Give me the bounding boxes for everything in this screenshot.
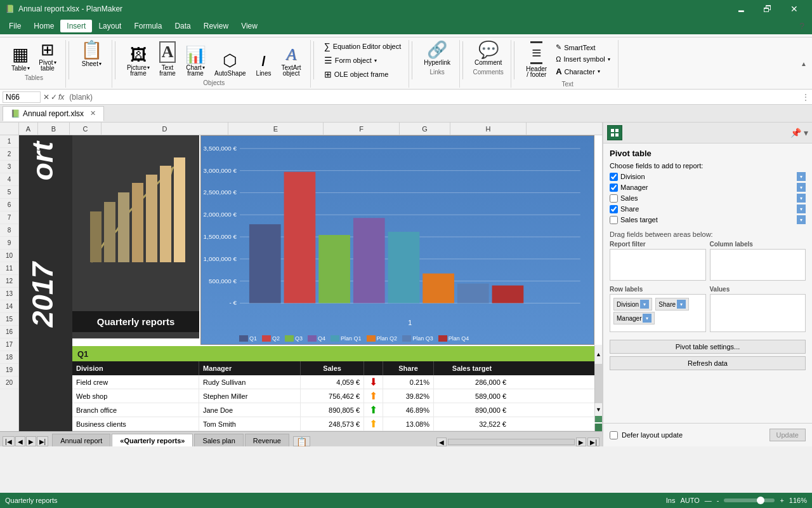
formula-confirm-icon[interactable]: ✓: [51, 93, 57, 102]
status-zoom-out[interactable]: -: [717, 497, 719, 504]
scroll-right-top[interactable]: ▲: [594, 345, 602, 364]
col-c[interactable]: C: [70, 123, 102, 135]
menu-view[interactable]: View: [235, 20, 264, 32]
field-sales-check[interactable]: [610, 194, 618, 203]
chart-frame-button[interactable]: 📊 Chart ▾ frame: [181, 45, 209, 78]
table-button[interactable]: ▦ Table ▾: [8, 44, 34, 73]
cell-share-1[interactable]: 0.21%: [383, 375, 434, 389]
help-icon[interactable]: ?: [799, 21, 804, 31]
cell-manager-3[interactable]: Jane Doe: [199, 403, 301, 417]
report-filter-drop[interactable]: [610, 249, 706, 281]
formula-input[interactable]: [67, 93, 799, 102]
cell-manager-4[interactable]: Tom Smith: [199, 417, 301, 431]
cell-division-1[interactable]: Field crew: [72, 375, 199, 389]
grid-content[interactable]: ort 2017: [19, 135, 602, 431]
col-g[interactable]: G: [400, 123, 450, 135]
menu-layout[interactable]: Layout: [92, 20, 128, 32]
tab-nav-last[interactable]: ▶|: [37, 436, 49, 446]
hyperlink-button[interactable]: 🔗 Hyperlink: [420, 40, 454, 67]
cell-manager-1[interactable]: Rudy Sullivan: [199, 375, 301, 389]
smarttext-button[interactable]: ✎ SmartText: [553, 42, 613, 53]
row-tag-manager[interactable]: Manager▾: [613, 312, 655, 324]
cell-reference-input[interactable]: [3, 91, 41, 103]
col-e[interactable]: E: [228, 123, 324, 135]
cell-division-2[interactable]: Web shop: [72, 389, 199, 403]
cell-sales-4[interactable]: 248,573 €: [301, 417, 364, 431]
refresh-data-button[interactable]: Refresh data: [610, 356, 806, 370]
field-division-check[interactable]: [610, 173, 618, 181]
cell-target-4[interactable]: 32,522 €: [434, 417, 510, 431]
equation-editor-button[interactable]: ∑ Equation Editor object: [322, 40, 404, 53]
row-tag-share-arrow[interactable]: ▾: [677, 300, 686, 309]
status-zoom-in[interactable]: +: [780, 497, 783, 504]
field-sales-dropdown[interactable]: ▾: [797, 194, 806, 203]
ole-object-button[interactable]: ⊞ OLE object frame: [322, 68, 404, 81]
cell-manager-2[interactable]: Stephen Miller: [199, 389, 301, 403]
scroll-track[interactable]: [448, 439, 575, 445]
cell-sales-2[interactable]: 756,462 €: [301, 389, 364, 403]
cell-share-2[interactable]: 39.82%: [383, 389, 434, 403]
close-button[interactable]: ✕: [782, 0, 807, 18]
menu-data[interactable]: Data: [168, 20, 197, 32]
minimize-button[interactable]: 🗕: [728, 0, 754, 18]
ribbon-collapse-icon[interactable]: ▲: [801, 60, 807, 67]
col-a[interactable]: A: [19, 123, 38, 135]
menu-insert[interactable]: Insert: [60, 20, 92, 32]
sheet-tab-revenue[interactable]: Revenue: [245, 434, 289, 446]
zoom-track[interactable]: [724, 498, 775, 502]
field-sales-target-check[interactable]: [610, 216, 618, 224]
col-b[interactable]: B: [38, 123, 70, 135]
col-h[interactable]: H: [450, 123, 527, 135]
menu-home[interactable]: Home: [27, 20, 60, 32]
tab-nav-next[interactable]: ▶: [26, 436, 36, 446]
pivot-grid-icon[interactable]: [607, 125, 622, 140]
menu-review[interactable]: Review: [197, 20, 235, 32]
cell-division-3[interactable]: Branch office: [72, 403, 199, 417]
file-tab-annual[interactable]: 📗 Annual report.xlsx ✕: [3, 106, 104, 121]
row-labels-drop[interactable]: Division▾ Share▾ Manager▾: [610, 294, 706, 332]
column-labels-drop[interactable]: [710, 249, 806, 281]
formula-fx-icon[interactable]: fx: [58, 93, 64, 102]
lines-button[interactable]: / Lines: [251, 53, 277, 78]
sheet-tab-salesplan[interactable]: Sales plan: [194, 434, 243, 446]
cell-division-4[interactable]: Business clients: [72, 417, 199, 431]
scroll-right-green2[interactable]: [594, 424, 602, 431]
panel-pin-icon[interactable]: 📌: [790, 128, 801, 138]
field-division-dropdown[interactable]: ▾: [797, 172, 806, 181]
cell-target-2[interactable]: 589,000 €: [434, 389, 510, 403]
cell-sales-3[interactable]: 890,805 €: [301, 403, 364, 417]
field-manager-check[interactable]: [610, 184, 618, 192]
insert-symbol-button[interactable]: Ω Insert symbol ▾: [553, 54, 613, 64]
sheet-tab-annual[interactable]: Annual report: [52, 434, 110, 446]
scroll-end-btn[interactable]: ▶|: [587, 438, 599, 446]
pivot-settings-button[interactable]: Pivot table settings...: [610, 340, 806, 354]
file-tab-close[interactable]: ✕: [90, 109, 96, 117]
menu-file[interactable]: File: [3, 20, 27, 32]
field-sales-target-dropdown[interactable]: ▾: [797, 215, 806, 224]
form-object-button[interactable]: ☰ Form object ▾: [322, 54, 404, 67]
values-drop[interactable]: [710, 294, 806, 332]
row-tag-division[interactable]: Division▾: [613, 298, 652, 311]
character-button[interactable]: A Character ▾: [553, 65, 613, 77]
col-f[interactable]: F: [324, 123, 400, 135]
row-tag-manager-arrow[interactable]: ▾: [643, 314, 652, 323]
cell-share-4[interactable]: 13.08%: [383, 417, 434, 431]
pivot-table-button[interactable]: ⊞ Pivot ▾ table: [35, 40, 60, 73]
menu-formula[interactable]: Formula: [128, 20, 168, 32]
new-sheet-button[interactable]: 📋: [293, 436, 310, 446]
scroll-right-btn[interactable]: ▶: [576, 438, 586, 446]
scroll-right-bottom[interactable]: ▼: [594, 403, 602, 416]
sheet-tab-quarterly[interactable]: «Quarterly reports»: [112, 434, 193, 446]
autoshape-button[interactable]: ⬡ AutoShape: [211, 51, 250, 78]
sheet-button[interactable]: 📋 Sheet ▾: [77, 40, 107, 69]
row-tag-share[interactable]: Share▾: [655, 298, 689, 311]
comment-button[interactable]: 💬 Comment: [471, 40, 506, 67]
update-button[interactable]: Update: [769, 429, 806, 441]
tab-nav-prev[interactable]: ◀: [15, 436, 25, 446]
cell-share-3[interactable]: 46.89%: [383, 403, 434, 417]
cell-sales-1[interactable]: 4,059 €: [301, 375, 364, 389]
cell-target-3[interactable]: 890,000 €: [434, 403, 510, 417]
defer-layout-checkbox[interactable]: [610, 431, 618, 439]
text-frame-button[interactable]: A Text frame: [155, 40, 180, 78]
field-manager-dropdown[interactable]: ▾: [797, 183, 806, 192]
